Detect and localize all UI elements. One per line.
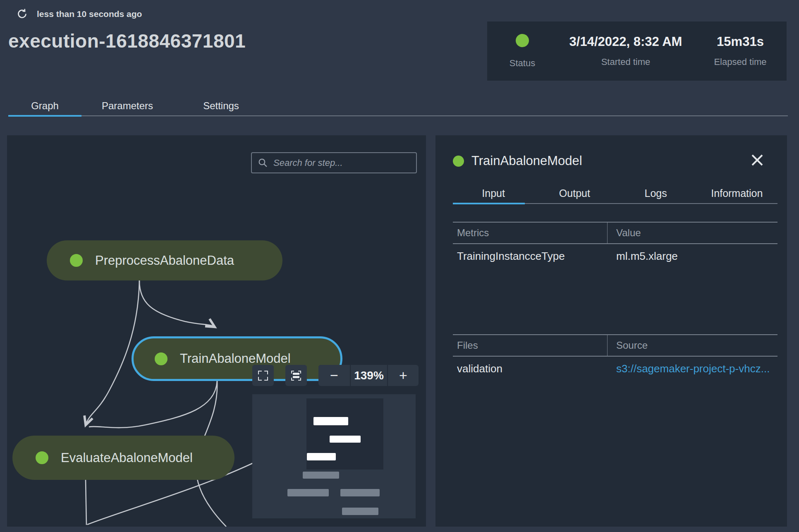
close-icon bbox=[750, 153, 765, 168]
graph-node-evaluate[interactable]: EvaluateAbaloneModel bbox=[12, 436, 234, 480]
started-time-value: 3/14/2022, 8:32 AM bbox=[569, 35, 682, 48]
detail-tab-input[interactable]: Input bbox=[453, 183, 534, 203]
node-label: EvaluateAbaloneModel bbox=[61, 451, 193, 465]
elapsed-time-value: 15m31s bbox=[717, 35, 764, 48]
status-label: Status bbox=[510, 58, 535, 69]
overview-toggle-button[interactable] bbox=[285, 365, 307, 386]
step-status-dot bbox=[453, 156, 464, 167]
metrics-column-header: Metrics bbox=[453, 227, 607, 239]
graph-zoom-controls: − 139% + bbox=[252, 365, 419, 386]
column-divider bbox=[607, 335, 608, 356]
search-step-input[interactable] bbox=[251, 152, 417, 173]
files-column-header: Files bbox=[453, 340, 607, 351]
minimap-node-bar bbox=[340, 489, 380, 496]
started-time-label: Started time bbox=[601, 57, 651, 67]
file-name: validation bbox=[453, 362, 607, 375]
node-status-dot bbox=[36, 451, 48, 464]
source-s3-link[interactable]: s3://sagemaker-project-p-vhcz... bbox=[607, 362, 770, 375]
pipeline-graph-canvas[interactable]: PreprocessAbaloneData TrainAbaloneModel … bbox=[7, 135, 426, 527]
last-refreshed-text: less than 10 seconds ago bbox=[37, 9, 142, 19]
source-column-header: Source bbox=[607, 340, 648, 351]
metrics-table: Metrics Value TrainingInstancceType ml.m… bbox=[453, 222, 777, 268]
overview-icon bbox=[291, 371, 301, 381]
minimap-node-bar bbox=[287, 489, 329, 496]
tab-settings[interactable]: Settings bbox=[173, 96, 269, 115]
elapsed-time-label: Elapsed time bbox=[714, 57, 766, 67]
refresh-row: less than 10 seconds ago bbox=[17, 8, 142, 19]
graph-minimap[interactable] bbox=[252, 394, 416, 518]
metric-name: TrainingInstancceType bbox=[453, 250, 607, 263]
minimap-node-bar bbox=[342, 508, 378, 515]
minimap-node-bar bbox=[307, 453, 336, 460]
metric-value: ml.m5.xlarge bbox=[607, 250, 678, 263]
fit-to-screen-button[interactable] bbox=[252, 365, 274, 386]
graph-node-preprocess[interactable]: PreprocessAbaloneData bbox=[47, 240, 282, 280]
tab-graph[interactable]: Graph bbox=[8, 96, 81, 115]
zoom-out-button[interactable]: − bbox=[318, 365, 350, 386]
detail-tab-information[interactable]: Information bbox=[696, 183, 777, 203]
table-row: TrainingInstancceType ml.m5.xlarge bbox=[453, 244, 777, 268]
step-detail-tabs: Input Output Logs Information bbox=[453, 183, 777, 204]
search-icon bbox=[258, 158, 268, 168]
execution-tabs: Graph Parameters Settings bbox=[8, 96, 788, 116]
close-panel-button[interactable] bbox=[749, 152, 766, 168]
refresh-icon[interactable] bbox=[17, 8, 28, 19]
node-label: PreprocessAbaloneData bbox=[95, 253, 234, 268]
zoom-level-value: 139% bbox=[351, 365, 387, 386]
minimap-node-bar bbox=[303, 472, 339, 479]
plus-icon: + bbox=[399, 367, 407, 383]
node-status-dot bbox=[70, 254, 83, 267]
execution-status-dot bbox=[516, 34, 529, 47]
table-row: validation s3://sagemaker-project-p-vhcz… bbox=[453, 357, 777, 381]
minimap-node-bar bbox=[330, 436, 361, 443]
detail-tab-output[interactable]: Output bbox=[534, 183, 615, 203]
node-status-dot bbox=[155, 352, 167, 365]
detail-tab-logs[interactable]: Logs bbox=[615, 183, 696, 203]
step-detail-panel: TrainAbaloneModel Input Output Logs Info… bbox=[435, 135, 787, 527]
step-detail-title: TrainAbaloneModel bbox=[471, 153, 582, 168]
page-title: execution-1618846371801 bbox=[8, 30, 246, 52]
node-label: TrainAbaloneModel bbox=[180, 351, 291, 366]
value-column-header: Value bbox=[607, 227, 641, 239]
execution-status-card: Status 3/14/2022, 8:32 AM Started time 1… bbox=[487, 22, 787, 81]
files-table: Files Source validation s3://sagemaker-p… bbox=[453, 334, 777, 381]
fit-to-screen-icon bbox=[258, 371, 268, 381]
zoom-in-button[interactable]: + bbox=[388, 365, 419, 386]
minimap-node-bar bbox=[313, 417, 348, 425]
minus-icon: − bbox=[330, 367, 338, 383]
column-divider bbox=[607, 223, 608, 243]
tab-parameters[interactable]: Parameters bbox=[81, 96, 173, 115]
